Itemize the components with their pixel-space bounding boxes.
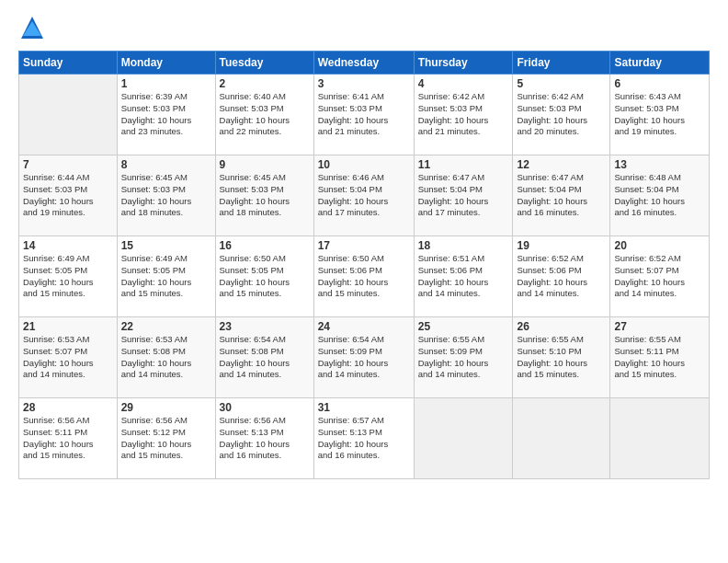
- day-info: Sunrise: 6:51 AMSunset: 5:06 PMDaylight:…: [418, 253, 509, 300]
- calendar-cell: [610, 398, 710, 479]
- day-number: 14: [23, 239, 113, 252]
- calendar-cell: 21Sunrise: 6:53 AMSunset: 5:07 PMDayligh…: [19, 317, 118, 398]
- day-info: Sunrise: 6:50 AMSunset: 5:06 PMDaylight:…: [318, 253, 410, 300]
- day-number: 25: [418, 320, 509, 333]
- calendar-cell: 31Sunrise: 6:57 AMSunset: 5:13 PMDayligh…: [313, 398, 414, 479]
- day-info: Sunrise: 6:55 AMSunset: 5:10 PMDaylight:…: [517, 334, 606, 381]
- day-info: Sunrise: 6:42 AMSunset: 5:03 PMDaylight:…: [517, 91, 606, 138]
- day-number: 26: [517, 320, 606, 333]
- day-info: Sunrise: 6:44 AMSunset: 5:03 PMDaylight:…: [23, 172, 113, 219]
- calendar-cell: 25Sunrise: 6:55 AMSunset: 5:09 PMDayligh…: [414, 317, 513, 398]
- page: SundayMondayTuesdayWednesdayThursdayFrid…: [0, 0, 728, 563]
- day-number: 28: [23, 401, 113, 414]
- calendar-cell: 14Sunrise: 6:49 AMSunset: 5:05 PMDayligh…: [19, 236, 118, 317]
- weekday-header: Monday: [117, 52, 215, 75]
- calendar-cell: 18Sunrise: 6:51 AMSunset: 5:06 PMDayligh…: [414, 236, 513, 317]
- day-info: Sunrise: 6:48 AMSunset: 5:04 PMDaylight:…: [614, 172, 705, 219]
- day-info: Sunrise: 6:46 AMSunset: 5:04 PMDaylight:…: [318, 172, 410, 219]
- calendar-cell: [513, 398, 610, 479]
- weekday-header: Friday: [513, 52, 610, 75]
- day-number: 12: [517, 158, 606, 171]
- day-number: 22: [121, 320, 211, 333]
- calendar-cell: 28Sunrise: 6:56 AMSunset: 5:11 PMDayligh…: [19, 398, 118, 479]
- calendar-week-row: 21Sunrise: 6:53 AMSunset: 5:07 PMDayligh…: [19, 317, 710, 398]
- calendar-cell: 1Sunrise: 6:39 AMSunset: 5:03 PMDaylight…: [117, 75, 215, 155]
- day-number: 17: [318, 239, 410, 252]
- weekday-header: Sunday: [19, 52, 118, 75]
- day-number: 24: [318, 320, 410, 333]
- calendar-cell: 3Sunrise: 6:41 AMSunset: 5:03 PMDaylight…: [313, 75, 414, 155]
- calendar-cell: 8Sunrise: 6:45 AMSunset: 5:03 PMDaylight…: [117, 155, 215, 236]
- day-number: 2: [220, 77, 310, 90]
- day-number: 4: [418, 77, 509, 90]
- day-info: Sunrise: 6:56 AMSunset: 5:12 PMDaylight:…: [121, 415, 211, 462]
- calendar: SundayMondayTuesdayWednesdayThursdayFrid…: [18, 51, 710, 479]
- calendar-cell: 13Sunrise: 6:48 AMSunset: 5:04 PMDayligh…: [610, 155, 710, 236]
- calendar-week-row: 14Sunrise: 6:49 AMSunset: 5:05 PMDayligh…: [19, 236, 710, 317]
- calendar-cell: 22Sunrise: 6:53 AMSunset: 5:08 PMDayligh…: [117, 317, 215, 398]
- day-info: Sunrise: 6:52 AMSunset: 5:07 PMDaylight:…: [614, 253, 705, 300]
- calendar-cell: 30Sunrise: 6:56 AMSunset: 5:13 PMDayligh…: [215, 398, 313, 479]
- day-number: 21: [23, 320, 113, 333]
- day-info: Sunrise: 6:49 AMSunset: 5:05 PMDaylight:…: [23, 253, 113, 300]
- day-number: 18: [418, 239, 509, 252]
- day-number: 27: [614, 320, 705, 333]
- calendar-cell: 23Sunrise: 6:54 AMSunset: 5:08 PMDayligh…: [215, 317, 313, 398]
- day-info: Sunrise: 6:42 AMSunset: 5:03 PMDaylight:…: [418, 91, 509, 138]
- day-info: Sunrise: 6:45 AMSunset: 5:03 PMDaylight:…: [121, 172, 211, 219]
- day-number: 3: [318, 77, 410, 90]
- calendar-cell: 15Sunrise: 6:49 AMSunset: 5:05 PMDayligh…: [117, 236, 215, 317]
- calendar-cell: [19, 75, 118, 155]
- day-number: 23: [220, 320, 310, 333]
- calendar-week-row: 1Sunrise: 6:39 AMSunset: 5:03 PMDaylight…: [19, 75, 710, 155]
- calendar-week-row: 7Sunrise: 6:44 AMSunset: 5:03 PMDaylight…: [19, 155, 710, 236]
- day-info: Sunrise: 6:43 AMSunset: 5:03 PMDaylight:…: [614, 91, 705, 138]
- calendar-cell: 6Sunrise: 6:43 AMSunset: 5:03 PMDaylight…: [610, 75, 710, 155]
- logo-icon: [18, 14, 46, 41]
- calendar-cell: 24Sunrise: 6:54 AMSunset: 5:09 PMDayligh…: [313, 317, 414, 398]
- weekday-header: Wednesday: [313, 52, 414, 75]
- day-number: 31: [318, 401, 410, 414]
- day-info: Sunrise: 6:55 AMSunset: 5:11 PMDaylight:…: [614, 334, 705, 381]
- day-number: 29: [121, 401, 211, 414]
- calendar-cell: 20Sunrise: 6:52 AMSunset: 5:07 PMDayligh…: [610, 236, 710, 317]
- calendar-cell: 27Sunrise: 6:55 AMSunset: 5:11 PMDayligh…: [610, 317, 710, 398]
- day-info: Sunrise: 6:55 AMSunset: 5:09 PMDaylight:…: [418, 334, 509, 381]
- weekday-header: Thursday: [414, 52, 513, 75]
- day-info: Sunrise: 6:53 AMSunset: 5:07 PMDaylight:…: [23, 334, 113, 381]
- day-info: Sunrise: 6:47 AMSunset: 5:04 PMDaylight:…: [418, 172, 509, 219]
- day-number: 11: [418, 158, 509, 171]
- day-info: Sunrise: 6:47 AMSunset: 5:04 PMDaylight:…: [517, 172, 606, 219]
- calendar-cell: 2Sunrise: 6:40 AMSunset: 5:03 PMDaylight…: [215, 75, 313, 155]
- calendar-cell: 4Sunrise: 6:42 AMSunset: 5:03 PMDaylight…: [414, 75, 513, 155]
- day-info: Sunrise: 6:45 AMSunset: 5:03 PMDaylight:…: [220, 172, 310, 219]
- day-number: 30: [220, 401, 310, 414]
- calendar-cell: 29Sunrise: 6:56 AMSunset: 5:12 PMDayligh…: [117, 398, 215, 479]
- day-number: 7: [23, 158, 113, 171]
- day-info: Sunrise: 6:56 AMSunset: 5:11 PMDaylight:…: [23, 415, 113, 462]
- day-info: Sunrise: 6:56 AMSunset: 5:13 PMDaylight:…: [220, 415, 310, 462]
- day-number: 19: [517, 239, 606, 252]
- header: [18, 14, 710, 41]
- day-number: 13: [614, 158, 705, 171]
- calendar-cell: 12Sunrise: 6:47 AMSunset: 5:04 PMDayligh…: [513, 155, 610, 236]
- calendar-cell: 19Sunrise: 6:52 AMSunset: 5:06 PMDayligh…: [513, 236, 610, 317]
- calendar-cell: 11Sunrise: 6:47 AMSunset: 5:04 PMDayligh…: [414, 155, 513, 236]
- calendar-cell: 10Sunrise: 6:46 AMSunset: 5:04 PMDayligh…: [313, 155, 414, 236]
- day-number: 10: [318, 158, 410, 171]
- calendar-cell: 5Sunrise: 6:42 AMSunset: 5:03 PMDaylight…: [513, 75, 610, 155]
- calendar-cell: 7Sunrise: 6:44 AMSunset: 5:03 PMDaylight…: [19, 155, 118, 236]
- calendar-cell: 16Sunrise: 6:50 AMSunset: 5:05 PMDayligh…: [215, 236, 313, 317]
- day-info: Sunrise: 6:57 AMSunset: 5:13 PMDaylight:…: [318, 415, 410, 462]
- day-number: 5: [517, 77, 606, 90]
- day-number: 1: [121, 77, 211, 90]
- weekday-header-row: SundayMondayTuesdayWednesdayThursdayFrid…: [19, 52, 710, 75]
- day-number: 15: [121, 239, 211, 252]
- calendar-cell: 26Sunrise: 6:55 AMSunset: 5:10 PMDayligh…: [513, 317, 610, 398]
- day-info: Sunrise: 6:53 AMSunset: 5:08 PMDaylight:…: [121, 334, 211, 381]
- weekday-header: Saturday: [610, 52, 710, 75]
- day-info: Sunrise: 6:41 AMSunset: 5:03 PMDaylight:…: [318, 91, 410, 138]
- day-number: 9: [220, 158, 310, 171]
- calendar-week-row: 28Sunrise: 6:56 AMSunset: 5:11 PMDayligh…: [19, 398, 710, 479]
- day-info: Sunrise: 6:50 AMSunset: 5:05 PMDaylight:…: [220, 253, 310, 300]
